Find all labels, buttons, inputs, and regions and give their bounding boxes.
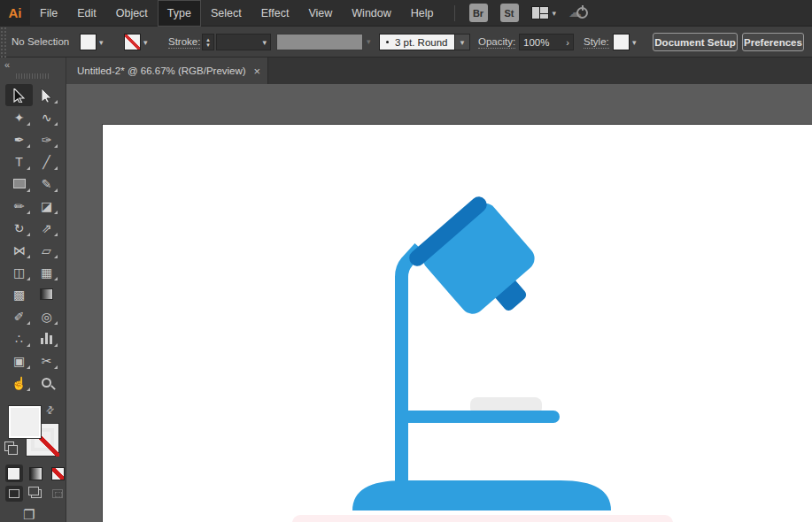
stroke-weight-dropdown[interactable]: ▾ <box>216 34 271 50</box>
column-graph-tool[interactable] <box>33 327 60 349</box>
blend-icon: ◎ <box>41 310 51 324</box>
mesh-icon: ▩ <box>13 288 25 302</box>
fill-stroke-proxy: ⇄ <box>0 403 66 464</box>
paintbrush-tool[interactable]: ✎ <box>33 173 60 195</box>
gradient-tool[interactable] <box>33 283 60 305</box>
close-icon[interactable]: × <box>253 65 260 78</box>
lamp-arm[interactable] <box>395 411 560 423</box>
eyedropper-tool[interactable]: ✐ <box>5 305 33 327</box>
menu-edit[interactable]: Edit <box>67 0 106 27</box>
selection-arrow-icon <box>13 88 25 103</box>
brush-chevron-button[interactable]: ▾ <box>455 34 470 50</box>
lasso-tool[interactable]: ∿ <box>33 106 60 128</box>
mesh-tool[interactable]: ▩ <box>5 283 33 305</box>
fill-swatch <box>80 34 97 50</box>
style-label[interactable]: Style: <box>584 36 609 49</box>
tools-panel: « ✦ ∿ ✒ ✑ T ╱ ✎ ✏ ◪ ↻ ⇗ ⋈ ▱ ◫ ▦ ▩ ✐ ◎ ∴ <box>0 58 66 522</box>
bridge-icon[interactable]: Br <box>469 4 488 22</box>
draw-behind-button[interactable] <box>27 486 45 502</box>
magic-wand-icon: ✦ <box>14 111 25 125</box>
document-tab[interactable]: Untitled-2* @ 66.67% (RGB/Preview) × <box>66 58 268 84</box>
document-tab-title: Untitled-2* @ 66.67% (RGB/Preview) <box>77 65 246 76</box>
stroke-weight-stepper[interactable]: ▴ ▾ <box>202 34 214 50</box>
shape-builder-icon: ◫ <box>13 265 25 280</box>
free-transform-tool[interactable]: ▱ <box>33 239 60 261</box>
symbol-sprayer-tool[interactable]: ∴ <box>5 327 33 349</box>
sync-power-icon[interactable]: ☁ <box>568 4 588 22</box>
stroke-none-swatch <box>124 34 141 50</box>
color-button[interactable] <box>5 464 23 482</box>
menu-effect[interactable]: Effect <box>251 0 299 27</box>
lasso-icon: ∿ <box>42 111 52 125</box>
rectangle-tool[interactable] <box>5 173 33 195</box>
swap-fill-stroke-icon[interactable]: ⇄ <box>43 403 58 418</box>
rotate-tool[interactable]: ↻ <box>5 217 33 239</box>
draw-normal-icon <box>9 489 19 498</box>
menu-file[interactable]: File <box>30 0 67 27</box>
default-fill-stroke-icon[interactable] <box>4 441 14 451</box>
collapse-panel-icon[interactable]: « <box>4 59 10 70</box>
type-icon: T <box>15 155 23 169</box>
symbol-sprayer-icon: ∴ <box>15 332 23 346</box>
stroke-color-dropdown[interactable]: ▾ <box>124 34 148 50</box>
opacity-arrow-icon[interactable]: › <box>566 37 569 48</box>
brush-name: 3 pt. Round <box>395 37 447 48</box>
chevron-down-icon: ▾ <box>143 38 148 47</box>
column-graph-icon <box>41 333 52 344</box>
control-bar-grip[interactable] <box>0 27 7 58</box>
stepper-down-icon[interactable]: ▾ <box>206 42 210 48</box>
style-dropdown[interactable]: ▾ <box>613 34 637 50</box>
stock-icon[interactable]: St <box>500 4 519 22</box>
direct-selection-tool[interactable] <box>33 84 60 106</box>
menu-select[interactable]: Select <box>201 0 251 27</box>
hand-tool[interactable]: ☝ <box>5 372 33 394</box>
draw-inside-button[interactable] <box>49 486 66 502</box>
menu-object[interactable]: Object <box>106 0 158 27</box>
draw-behind-icon <box>31 489 42 498</box>
gradient-box-icon <box>29 467 43 480</box>
gradient-button[interactable] <box>27 464 45 482</box>
scale-tool[interactable]: ⇗ <box>33 217 60 239</box>
lamp-base[interactable] <box>352 480 611 510</box>
artboard-tool[interactable]: ▣ <box>5 349 33 372</box>
menu-window[interactable]: Window <box>342 0 400 27</box>
fill-color-dropdown[interactable]: ▾ <box>80 34 104 50</box>
width-tool[interactable]: ⋈ <box>5 239 33 261</box>
shaper-icon: ✏ <box>14 199 25 213</box>
magic-wand-tool[interactable]: ✦ <box>5 106 33 128</box>
fill-proxy-swatch[interactable] <box>8 405 42 439</box>
app-logo: Ai <box>0 0 30 27</box>
document-setup-button[interactable]: Document Setup <box>653 33 738 51</box>
panel-grip[interactable] <box>16 73 50 79</box>
line-segment-tool[interactable]: ╱ <box>33 150 60 173</box>
draw-normal-button[interactable] <box>5 486 23 502</box>
ground-strip[interactable] <box>292 515 673 522</box>
power-icon <box>576 7 588 19</box>
eraser-tool[interactable]: ◪ <box>33 195 60 217</box>
stroke-label[interactable]: Stroke: <box>168 36 200 49</box>
menu-type[interactable]: Type <box>158 0 201 27</box>
none-icon <box>51 467 65 480</box>
shape-builder-tool[interactable]: ◫ <box>5 261 33 283</box>
lamp-stem[interactable] <box>402 248 421 487</box>
menu-help[interactable]: Help <box>401 0 444 27</box>
pen-tool[interactable]: ✒ <box>5 128 33 150</box>
canvas-area[interactable] <box>66 84 812 522</box>
slice-tool[interactable]: ✂ <box>33 349 60 372</box>
brush-definition-dropdown[interactable]: 3 pt. Round ▾ <box>379 34 470 50</box>
none-button[interactable] <box>49 464 66 482</box>
zoom-tool[interactable] <box>33 372 60 394</box>
workspace-switcher[interactable]: ▾ <box>531 6 557 19</box>
shaper-tool[interactable]: ✏ <box>5 195 33 217</box>
screen-mode-button[interactable]: ❐ <box>23 507 35 522</box>
zoom-icon <box>42 378 51 388</box>
opacity-field[interactable]: 100% › <box>519 34 574 50</box>
blend-tool[interactable]: ◎ <box>33 305 60 327</box>
selection-tool[interactable] <box>5 84 33 106</box>
menu-view[interactable]: View <box>298 0 342 27</box>
preferences-button[interactable]: Preferences <box>742 33 804 51</box>
opacity-label[interactable]: Opacity: <box>478 36 515 49</box>
type-tool[interactable]: T <box>5 150 33 173</box>
curvature-tool[interactable]: ✑ <box>33 128 60 150</box>
perspective-grid-tool[interactable]: ▦ <box>33 261 60 283</box>
